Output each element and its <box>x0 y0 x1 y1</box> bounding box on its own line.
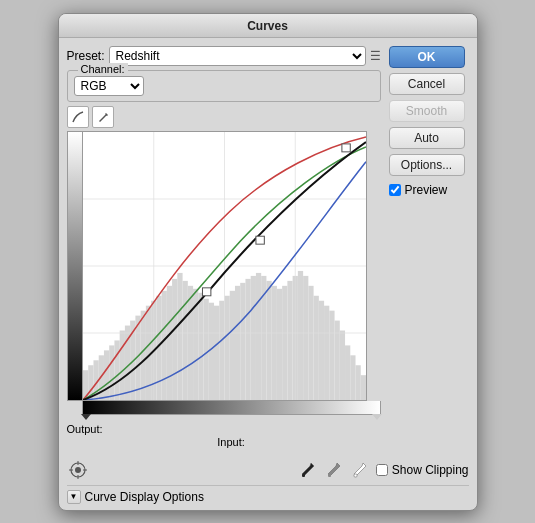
svg-rect-54 <box>324 305 329 399</box>
svg-rect-31 <box>203 298 208 399</box>
ok-button[interactable]: OK <box>389 46 465 68</box>
curve-area: Output: <box>67 106 381 449</box>
channel-row: RGB Red Green Blue <box>74 76 374 96</box>
svg-rect-35 <box>224 295 229 399</box>
left-panel: Preset: Redshift Default Lighter Darker … <box>67 46 381 449</box>
svg-rect-79 <box>354 474 357 477</box>
svg-rect-32 <box>208 302 213 399</box>
channel-select[interactable]: RGB Red Green Blue <box>74 76 144 96</box>
curve-display-row: ▼ Curve Display Options <box>67 485 469 504</box>
svg-rect-36 <box>229 290 234 399</box>
svg-rect-23 <box>161 290 166 399</box>
svg-rect-50 <box>303 275 308 399</box>
eyedropper-row: Show Clipping <box>67 459 469 481</box>
svg-rect-53 <box>318 300 323 399</box>
svg-rect-58 <box>345 345 350 400</box>
svg-rect-15 <box>119 330 124 399</box>
svg-rect-33 <box>214 305 219 399</box>
content-area: Preset: Redshift Default Lighter Darker … <box>59 38 477 455</box>
svg-rect-78 <box>328 474 331 477</box>
channel-group: Channel: RGB Red Green Blue <box>67 70 381 102</box>
cancel-button[interactable]: Cancel <box>389 73 465 95</box>
curve-display-toggle[interactable]: ▼ <box>67 490 81 504</box>
svg-rect-14 <box>114 340 119 400</box>
eyedropper-gray-icon[interactable] <box>324 460 344 480</box>
svg-rect-52 <box>313 295 318 399</box>
eyedropper-white-icon[interactable] <box>350 460 370 480</box>
svg-rect-51 <box>308 285 313 399</box>
output-text-label: Output: <box>67 423 103 435</box>
svg-rect-38 <box>240 282 245 399</box>
svg-rect-68 <box>202 287 210 295</box>
bottom-bar: Show Clipping ▼ Curve Display Options <box>59 455 477 510</box>
right-panel: OK Cancel Smooth Auto Options... Preview <box>389 46 469 449</box>
eyedropper-black-icon[interactable] <box>298 460 318 480</box>
svg-rect-57 <box>339 330 344 399</box>
options-button[interactable]: Options... <box>389 154 465 176</box>
svg-rect-34 <box>219 300 224 399</box>
show-clipping-label: Show Clipping <box>392 463 469 477</box>
svg-rect-49 <box>297 270 302 399</box>
smooth-button[interactable]: Smooth <box>389 100 465 122</box>
title-bar: Curves <box>59 14 477 38</box>
svg-rect-24 <box>166 285 171 399</box>
svg-rect-46 <box>282 285 287 399</box>
svg-rect-39 <box>245 278 250 399</box>
svg-rect-13 <box>109 345 114 400</box>
preview-row: Preview <box>389 183 469 197</box>
svg-rect-55 <box>329 310 334 399</box>
svg-rect-37 <box>234 285 239 399</box>
svg-rect-69 <box>255 236 263 244</box>
svg-rect-12 <box>103 350 108 400</box>
preset-menu-icon[interactable]: ☰ <box>370 49 381 63</box>
dialog-title: Curves <box>247 19 288 33</box>
curve-canvas[interactable] <box>82 131 367 401</box>
svg-rect-28 <box>187 285 192 399</box>
svg-rect-61 <box>360 375 365 400</box>
preset-label: Preset: <box>67 49 105 63</box>
svg-rect-77 <box>302 474 305 477</box>
svg-rect-47 <box>287 280 292 399</box>
curves-dialog: Curves Preset: Redshift Default Lighter … <box>58 13 478 511</box>
svg-rect-40 <box>250 275 255 399</box>
svg-rect-27 <box>182 280 187 399</box>
preview-checkbox[interactable] <box>389 184 401 196</box>
target-adjust-icon[interactable] <box>67 459 89 481</box>
channel-legend: Channel: <box>78 63 128 75</box>
curve-tool-btn[interactable] <box>67 106 89 128</box>
svg-rect-60 <box>355 365 360 400</box>
svg-rect-43 <box>266 280 271 399</box>
auto-button[interactable]: Auto <box>389 127 465 149</box>
svg-rect-30 <box>198 292 203 399</box>
curve-display-label: Curve Display Options <box>85 490 204 504</box>
show-clipping-row: Show Clipping <box>376 463 469 477</box>
svg-rect-59 <box>350 355 355 400</box>
svg-rect-70 <box>341 143 349 151</box>
svg-rect-26 <box>177 272 182 399</box>
svg-rect-45 <box>276 288 281 399</box>
svg-rect-56 <box>334 320 339 399</box>
svg-point-72 <box>75 467 81 473</box>
svg-rect-25 <box>172 278 177 399</box>
tool-row <box>67 106 381 128</box>
svg-rect-44 <box>271 285 276 399</box>
show-clipping-checkbox[interactable] <box>376 464 388 476</box>
preset-select[interactable]: Redshift Default Lighter Darker <box>109 46 366 66</box>
pencil-tool-btn[interactable] <box>92 106 114 128</box>
svg-rect-41 <box>255 272 260 399</box>
preview-label: Preview <box>405 183 448 197</box>
input-text-label: Input: <box>217 436 245 448</box>
